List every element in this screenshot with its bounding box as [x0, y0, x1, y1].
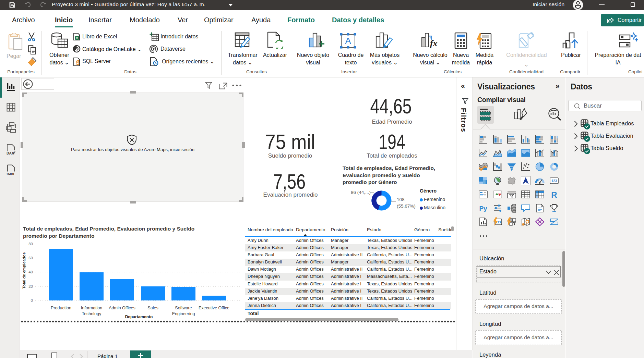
svg-text:TMDL: TMDL — [6, 172, 15, 176]
svg-text:x: x — [76, 36, 78, 40]
svg-text:DAX: DAX — [7, 151, 14, 155]
svg-text:fx: fx — [430, 38, 438, 48]
svg-text:Py: Py — [479, 205, 487, 212]
svg-text:A: A — [345, 36, 351, 46]
svg-text:R: R — [551, 190, 557, 199]
svg-text:123: 123 — [551, 179, 557, 183]
